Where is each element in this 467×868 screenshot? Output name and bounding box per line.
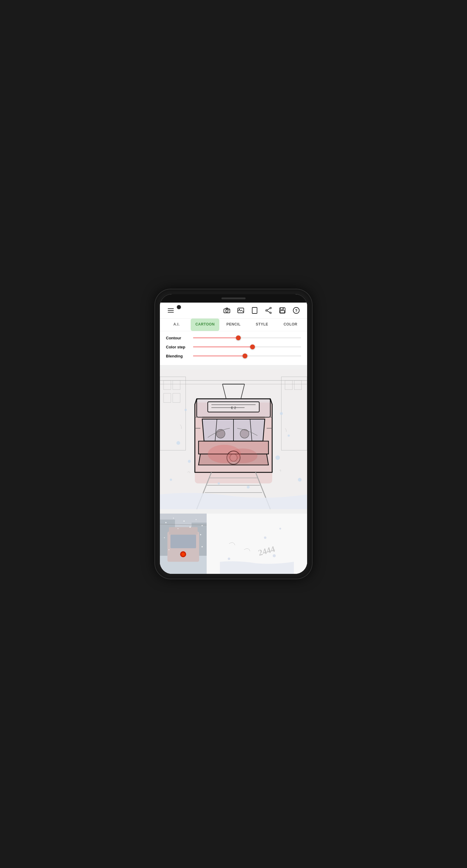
contour-fill — [193, 338, 238, 338]
svg-point-4 — [239, 309, 240, 310]
sketch-continuation-area: 2444 — [207, 514, 307, 574]
svg-point-92 — [279, 528, 281, 530]
color-step-label: Color step — [166, 345, 190, 349]
blending-thumb[interactable] — [242, 353, 247, 358]
color-step-track — [193, 347, 301, 347]
camera-button[interactable] — [222, 306, 232, 315]
speaker — [222, 298, 245, 299]
svg-point-85 — [202, 546, 203, 547]
color-step-thumb[interactable] — [250, 344, 255, 349]
svg-rect-72 — [171, 535, 196, 548]
svg-point-37 — [216, 430, 225, 438]
svg-rect-2 — [228, 310, 229, 310]
svg-point-6 — [270, 307, 271, 309]
app-content: ? A.I. CARTOON PENCIL STYLE COLOR Contou… — [160, 303, 307, 574]
save-button[interactable] — [278, 306, 287, 315]
svg-point-82 — [164, 537, 165, 538]
menu-button[interactable] — [166, 306, 176, 315]
svg-point-84 — [169, 550, 170, 550]
svg-point-1 — [226, 310, 228, 312]
toolbar-right: ? — [222, 306, 301, 315]
main-image-area: E 2 — [160, 365, 307, 514]
blending-track — [193, 355, 301, 356]
svg-rect-13 — [280, 310, 285, 313]
svg-point-74 — [181, 553, 185, 556]
svg-point-38 — [240, 430, 249, 438]
svg-point-80 — [178, 528, 179, 529]
original-photo-svg — [160, 514, 207, 574]
svg-point-7 — [270, 312, 271, 314]
svg-point-53 — [247, 486, 250, 489]
contour-track — [193, 338, 301, 338]
front-camera — [177, 305, 181, 309]
blending-slider-row: Blending — [166, 353, 301, 359]
svg-point-76 — [173, 518, 174, 519]
svg-line-9 — [267, 308, 270, 310]
bottom-strip: 2444 — [160, 514, 307, 574]
svg-point-54 — [298, 478, 302, 482]
blending-fill — [193, 355, 245, 356]
sliders-section: Contour Color step — [160, 331, 307, 365]
contour-slider-row: Contour — [166, 335, 301, 341]
svg-point-78 — [196, 519, 197, 520]
help-button[interactable]: ? — [291, 306, 301, 315]
svg-point-55 — [170, 478, 172, 481]
svg-point-49 — [288, 435, 290, 437]
notch-area — [160, 294, 307, 303]
tab-style[interactable]: STYLE — [248, 318, 276, 331]
phone-frame: ? A.I. CARTOON PENCIL STYLE COLOR Contou… — [155, 289, 312, 579]
sketch-continuation-svg: 2444 — [207, 514, 307, 574]
cartoon-preview: E 2 — [160, 365, 307, 514]
svg-point-50 — [188, 460, 191, 463]
svg-point-93 — [228, 558, 230, 560]
tab-bar: A.I. CARTOON PENCIL STYLE COLOR — [160, 318, 307, 331]
svg-point-79 — [202, 525, 203, 526]
original-photo-thumbnail[interactable] — [160, 514, 207, 574]
tab-pencil[interactable]: PENCIL — [219, 318, 248, 331]
contour-thumb[interactable] — [236, 336, 241, 340]
tab-ai[interactable]: A.I. — [162, 318, 191, 331]
svg-text:E 2: E 2 — [231, 406, 236, 410]
blending-slider[interactable] — [193, 353, 301, 359]
svg-rect-14 — [283, 308, 283, 310]
svg-point-47 — [280, 412, 283, 415]
svg-point-75 — [165, 522, 167, 523]
share-button[interactable] — [264, 306, 273, 315]
tab-cartoon[interactable]: CARTOON — [191, 318, 219, 331]
contour-label: Contour — [166, 336, 190, 340]
svg-point-46 — [185, 409, 187, 411]
svg-point-94 — [273, 554, 276, 557]
svg-point-51 — [275, 456, 280, 460]
color-step-slider-row: Color step — [166, 344, 301, 350]
svg-point-57 — [228, 448, 258, 463]
svg-point-52 — [218, 482, 220, 484]
color-step-fill — [193, 347, 253, 347]
phone-screen: ? A.I. CARTOON PENCIL STYLE COLOR Contou… — [160, 294, 307, 574]
svg-point-8 — [266, 310, 267, 311]
blending-label: Blending — [166, 354, 190, 358]
svg-point-91 — [264, 536, 266, 539]
gallery-button[interactable] — [236, 306, 245, 315]
frame-button[interactable] — [250, 306, 259, 315]
svg-rect-5 — [252, 307, 257, 313]
svg-rect-71 — [169, 527, 198, 535]
svg-point-48 — [176, 441, 180, 445]
svg-line-10 — [267, 311, 270, 312]
svg-point-81 — [189, 527, 191, 528]
svg-point-83 — [200, 534, 201, 535]
tab-color[interactable]: COLOR — [276, 318, 305, 331]
svg-point-77 — [183, 521, 185, 522]
toolbar: ? — [160, 303, 307, 318]
hamburger-icon — [168, 308, 174, 313]
contour-slider[interactable] — [193, 335, 301, 341]
color-step-slider[interactable] — [193, 344, 301, 350]
svg-text:?: ? — [295, 308, 297, 313]
